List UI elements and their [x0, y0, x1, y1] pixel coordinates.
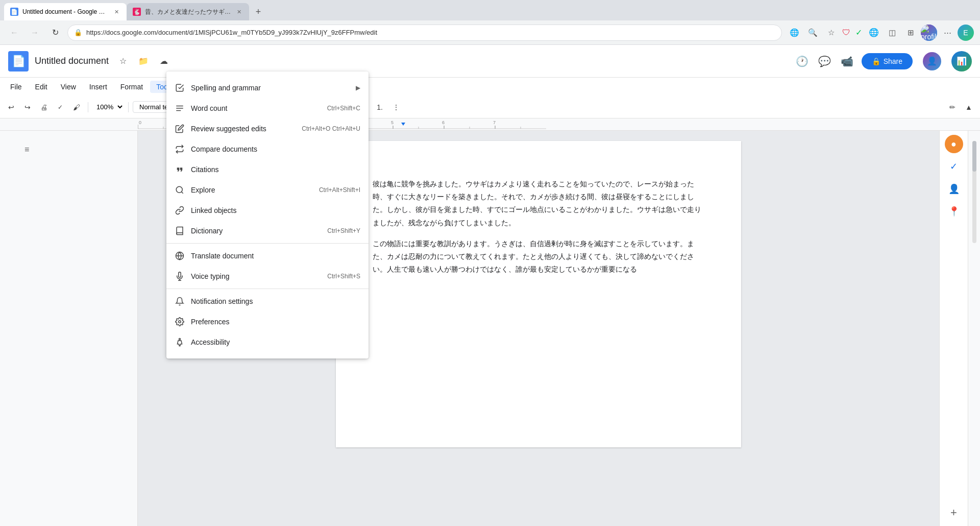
explore-label: Explore: [191, 186, 313, 194]
wordcount-icon: [175, 103, 185, 113]
compare-label: Compare documents: [191, 145, 360, 153]
svg-point-36: [179, 339, 181, 340]
tools-dropdown-menu: Spelling and grammar ▶ Word count Ctrl+S…: [166, 71, 369, 358]
voice-label: Voice typing: [191, 272, 321, 280]
tools-item-citations[interactable]: Citations: [166, 159, 369, 180]
tools-item-notification[interactable]: Notification settings: [166, 291, 369, 312]
browser-frame: 📄 Untitled document - Google Do... ✕ 🐇 昔…: [0, 0, 980, 526]
tools-menu-group-3: Notification settings Preferences: [166, 289, 369, 354]
translate-doc-icon: [175, 251, 185, 261]
tools-item-spelling[interactable]: Spelling and grammar ▶: [166, 78, 369, 98]
notification-label: Notification settings: [191, 297, 360, 305]
spelling-arrow: ▶: [356, 84, 360, 91]
citations-label: Citations: [191, 165, 360, 174]
review-icon: [175, 124, 185, 134]
notification-icon: [175, 296, 185, 306]
linked-label: Linked objects: [191, 206, 360, 214]
tools-menu-group-1: Spelling and grammar ▶ Word count Ctrl+S…: [166, 76, 369, 244]
tools-item-compare[interactable]: Compare documents: [166, 139, 369, 159]
tools-item-preferences[interactable]: Preferences: [166, 312, 369, 332]
linked-icon: [175, 205, 185, 216]
wordcount-label: Word count: [191, 104, 321, 112]
compare-icon: [175, 144, 185, 154]
dropdown-overlay[interactable]: Spelling and grammar ▶ Word count Ctrl+S…: [0, 0, 980, 526]
tools-item-linked[interactable]: Linked objects: [166, 200, 369, 221]
explore-icon: [175, 185, 185, 195]
svg-point-29: [176, 186, 182, 193]
tools-item-voice[interactable]: Voice typing Ctrl+Shift+S: [166, 266, 369, 286]
review-label: Review suggested edits: [191, 125, 296, 133]
tools-item-explore[interactable]: Explore Ctrl+Alt+Shift+I: [166, 180, 369, 200]
translate-doc-label: Translate document: [191, 252, 360, 260]
dictionary-icon: [175, 226, 185, 236]
tools-menu-group-2: Translate document Voice typing Ctrl+Shi…: [166, 244, 369, 289]
tools-item-translate[interactable]: Translate document: [166, 246, 369, 266]
preferences-label: Preferences: [191, 318, 360, 326]
spelling-label: Spelling and grammar: [191, 84, 350, 92]
voice-shortcut: Ctrl+Shift+S: [327, 273, 360, 280]
citations-icon: [175, 164, 185, 175]
svg-point-35: [179, 321, 181, 323]
accessibility-icon: [175, 337, 185, 347]
voice-icon: [175, 271, 185, 281]
preferences-icon: [175, 317, 185, 327]
spelling-icon: [175, 83, 185, 93]
explore-shortcut: Ctrl+Alt+Shift+I: [319, 186, 360, 194]
dictionary-label: Dictionary: [191, 227, 321, 235]
wordcount-shortcut: Ctrl+Shift+C: [327, 105, 360, 112]
tools-item-wordcount[interactable]: Word count Ctrl+Shift+C: [166, 98, 369, 118]
svg-line-30: [181, 192, 183, 193]
tools-item-dictionary[interactable]: Dictionary Ctrl+Shift+Y: [166, 221, 369, 241]
accessibility-label: Accessibility: [191, 338, 360, 346]
tools-item-review[interactable]: Review suggested edits Ctrl+Alt+O Ctrl+A…: [166, 118, 369, 139]
tools-item-accessibility[interactable]: Accessibility: [166, 332, 369, 352]
review-shortcut: Ctrl+Alt+O Ctrl+Alt+U: [302, 125, 360, 132]
dictionary-shortcut: Ctrl+Shift+Y: [327, 227, 360, 234]
